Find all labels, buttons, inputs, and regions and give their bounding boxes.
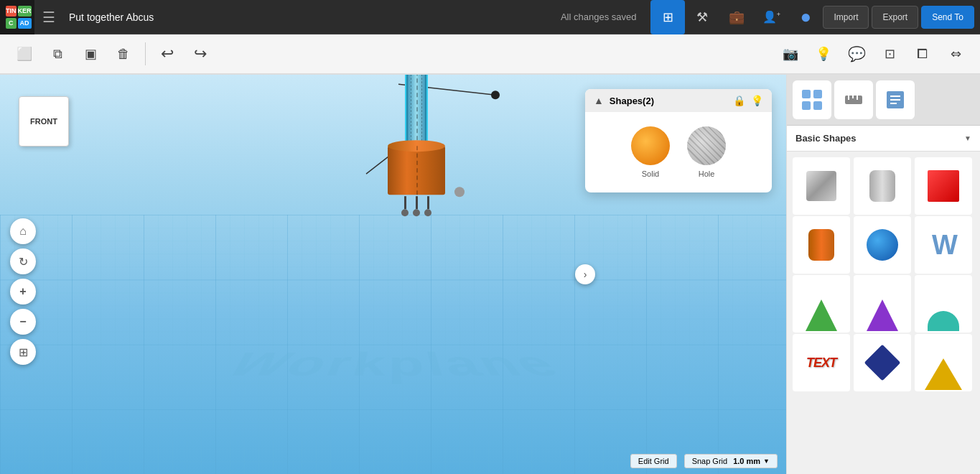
briefcase-icon: 💼: [729, 9, 745, 25]
arch-icon: [928, 311, 959, 331]
3d-object-abacus[interactable]: [388, 75, 445, 216]
hole-shape[interactable]: Hole: [687, 126, 726, 178]
zoom-out-icon: −: [19, 315, 26, 328]
svg-rect-12: [802, 101, 811, 110]
right-panel: Basic Shapes ▼ W: [786, 75, 980, 474]
home-icon: ⌂: [19, 225, 27, 238]
rotate-icon: ↻: [19, 255, 28, 269]
shapes-category-label: Basic Shapes: [795, 133, 964, 144]
gray-cylinder-icon: [869, 170, 895, 202]
logo: TIN KER C AD: [0, 0, 34, 34]
purple-cone-thumb[interactable]: [854, 275, 911, 333]
zoom-out-button[interactable]: −: [10, 309, 36, 335]
feet: [388, 196, 445, 216]
cut-button[interactable]: ⬜: [9, 38, 40, 70]
fit-view-button[interactable]: ⊞: [10, 339, 36, 365]
undo-icon: ↩: [161, 45, 174, 63]
hammer-button[interactable]: ⚒: [685, 0, 719, 34]
zoom-in-button[interactable]: +: [10, 279, 36, 305]
camera-button[interactable]: 📷: [775, 38, 806, 70]
light-icon: 💡: [816, 46, 831, 62]
shapes-collapse-button[interactable]: ▲: [594, 95, 604, 106]
zoom-in-icon: +: [19, 285, 26, 298]
grid-view-button[interactable]: ⊞: [650, 0, 685, 34]
logo-ad: AD: [18, 18, 32, 29]
logo-c2: C: [6, 18, 17, 29]
solid-circle: [631, 126, 670, 165]
shapes-category-dropdown[interactable]: Basic Shapes ▼: [787, 126, 980, 152]
delete-button[interactable]: 🗑: [108, 38, 139, 70]
wavy-icon: W: [932, 231, 955, 259]
wavy-thumb[interactable]: W: [915, 216, 972, 274]
shapes-panel-content: Solid Hole: [585, 112, 772, 192]
home-view-button[interactable]: ⌂: [10, 218, 36, 244]
solid-label: Solid: [642, 169, 659, 178]
snap-dropdown-arrow[interactable]: ▼: [763, 457, 770, 465]
svg-rect-10: [802, 90, 811, 98]
orange-cylinder-thumb[interactable]: [793, 216, 850, 274]
workplane: Workplane: [0, 215, 786, 474]
group-button[interactable]: ▣: [75, 38, 106, 70]
box-shape-thumb[interactable]: [793, 157, 850, 215]
shapes-panel-header: ▲ Shapes(2) 🔒 💡: [585, 89, 772, 112]
rod-cylinder: [406, 75, 426, 149]
edit-grid-button[interactable]: Edit Grid: [630, 454, 677, 468]
briefcase-button[interactable]: 💼: [719, 0, 754, 34]
logo-ker: KER: [18, 6, 32, 17]
import-button[interactable]: Import: [823, 6, 869, 29]
notes-nav-button[interactable]: [876, 80, 915, 119]
sphere-thumb[interactable]: [854, 216, 911, 274]
profile-button[interactable]: ●: [788, 0, 823, 34]
align-button[interactable]: ⧠: [907, 38, 938, 70]
front-view-label: FRONT: [19, 96, 69, 147]
diamond-thumb[interactable]: [854, 334, 911, 391]
red-box-thumb[interactable]: [915, 157, 972, 215]
svg-rect-1: [0, 215, 786, 474]
profile-icon: ●: [801, 6, 812, 28]
export-button[interactable]: Export: [872, 6, 918, 29]
svg-rect-17: [857, 96, 858, 100]
comment-button[interactable]: 💬: [841, 38, 872, 70]
svg-rect-16: [852, 96, 854, 98]
undo-button[interactable]: ↩: [151, 38, 183, 70]
base-cylinder: [388, 146, 445, 195]
svg-point-5: [491, 90, 500, 99]
send-to-button[interactable]: Send To: [921, 6, 974, 29]
shapes-light-icon[interactable]: 💡: [751, 95, 763, 106]
trash-icon: 🗑: [117, 47, 130, 62]
save-status: All changes saved: [561, 11, 637, 22]
copy-button[interactable]: ⧉: [42, 38, 73, 70]
shapes-nav-button[interactable]: [793, 80, 831, 119]
snap-grid-control: Snap Grid 1.0 mm ▼: [684, 454, 778, 468]
svg-rect-11: [813, 90, 822, 98]
rotate-view-button[interactable]: ↻: [10, 248, 36, 274]
ruler-nav-button[interactable]: [834, 80, 873, 119]
collapse-panel-button[interactable]: ›: [575, 264, 595, 284]
text-shape-thumb[interactable]: TEXT: [793, 334, 850, 391]
notes-icon: [884, 88, 907, 111]
shapes-lock-icon[interactable]: 🔒: [733, 95, 745, 106]
hole-label: Hole: [699, 169, 715, 178]
copy-icon: ⧉: [53, 47, 62, 62]
measure-button[interactable]: ⊡: [874, 38, 905, 70]
arch-thumb[interactable]: [915, 275, 972, 333]
light-button[interactable]: 💡: [808, 38, 839, 70]
viewport[interactable]: ⌂ ↻ + − ⊞ FRONT: [0, 75, 786, 474]
add-user-button[interactable]: 👤+: [754, 0, 788, 34]
pyramid-thumb[interactable]: [915, 334, 972, 391]
diamond-icon: [864, 345, 901, 381]
green-cone-thumb[interactable]: [793, 275, 850, 333]
redo-button[interactable]: ↪: [185, 38, 216, 70]
snap-grid-value: 1.0 mm: [733, 457, 760, 465]
snap-grid-label: Snap Grid: [692, 457, 728, 465]
solid-shape[interactable]: Solid: [631, 126, 670, 178]
text-shape-icon: TEXT: [806, 356, 836, 371]
menu-icon: ☰: [42, 9, 55, 26]
red-box-icon: [928, 170, 959, 202]
mirror-button[interactable]: ⇔: [940, 38, 971, 70]
menu-button[interactable]: ☰: [34, 0, 63, 34]
gray-cylinder-thumb[interactable]: [854, 157, 911, 215]
sphere-icon: [867, 229, 898, 261]
project-title: Put together Abcus: [63, 11, 561, 23]
fit-icon: ⊞: [19, 345, 28, 359]
